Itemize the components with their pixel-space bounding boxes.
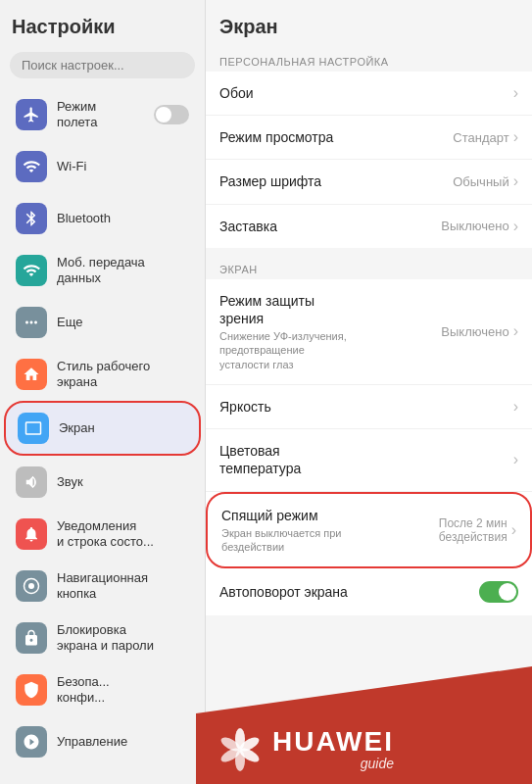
sidebar-item-home[interactable]: Стиль рабочегоэкрана	[4, 349, 201, 400]
section-header-screen: ЭКРАН	[206, 256, 532, 279]
screensaver-value: Выключено	[441, 219, 508, 233]
sidebar-item-data[interactable]: Моб. передачаданных	[4, 245, 201, 296]
sleep-sublabel: Экран выключается прибездействии	[221, 526, 439, 555]
home-icon	[16, 359, 47, 390]
airplane-toggle[interactable]	[154, 105, 189, 124]
sidebar-item-bluetooth-label: Bluetooth	[57, 211, 111, 226]
sidebar-item-airplane[interactable]: Режимполета	[4, 89, 201, 140]
search-input[interactable]	[22, 58, 183, 73]
more-icon	[16, 307, 47, 338]
sidebar-item-more[interactable]: Еще	[4, 297, 201, 348]
wifi-icon	[16, 151, 47, 182]
brightness-label: Яркость	[219, 398, 513, 416]
font-size-chevron: ›	[513, 172, 518, 190]
color-temp-label: Цветоваятемпература	[219, 442, 513, 477]
sidebar-item-notif-label: Уведомленияи строка состо...	[57, 518, 154, 549]
settings-row-brightness[interactable]: Яркость ›	[206, 385, 532, 429]
font-size-label: Размер шрифта	[219, 172, 453, 190]
screensaver-chevron: ›	[513, 218, 518, 235]
eye-protect-label: Режим защитызрения	[219, 292, 441, 327]
sidebar-item-home-label: Стиль рабочегоэкрана	[57, 359, 150, 389]
autorotate-label: Автоповорот экрана	[219, 583, 479, 601]
huawei-guide: guide	[272, 756, 394, 771]
sidebar: Настройки Режимполета	[0, 0, 206, 784]
wallpaper-chevron: ›	[513, 84, 518, 102]
airplane-icon	[16, 99, 47, 130]
sidebar-item-airplane-label: Режимполета	[57, 99, 97, 129]
huawei-brand: HUAWEI	[272, 728, 394, 756]
sidebar-title: Настройки	[0, 0, 205, 46]
sidebar-items: Режимполета Wi-Fi Bluetooth	[0, 88, 205, 784]
settings-group-personal: Обои › Режим просмотра Стандарт › Размер…	[206, 72, 532, 248]
settings-row-eye-protect[interactable]: Режим защитызрения Снижение УФ-излучения…	[206, 279, 532, 385]
nav-icon	[16, 570, 47, 602]
screen-icon	[18, 413, 49, 444]
brightness-chevron: ›	[513, 398, 518, 416]
eye-protect-chevron: ›	[513, 322, 518, 340]
view-mode-label: Режим просмотра	[219, 128, 453, 146]
sidebar-item-screen-label: Экран	[59, 420, 95, 436]
settings-row-color-temp[interactable]: Цветоваятемпература ›	[206, 429, 532, 491]
security-icon	[16, 674, 47, 706]
settings-group-screen: Режим защитызрения Снижение УФ-излучения…	[206, 279, 532, 616]
main-title: Экран	[206, 0, 532, 48]
watermark-logo: HUAWEI guide	[216, 725, 394, 774]
view-mode-value: Стандарт	[453, 130, 508, 145]
bluetooth-icon	[16, 203, 47, 234]
sound-icon	[16, 466, 47, 498]
sidebar-item-screen[interactable]: Экран	[4, 401, 201, 456]
settings-row-sleep[interactable]: Спящий режим Экран выключается прибездей…	[206, 492, 532, 569]
settings-row-autorotate[interactable]: Автоповорот экрана	[206, 568, 532, 615]
color-temp-chevron: ›	[513, 451, 518, 468]
screensaver-label: Заставка	[219, 218, 441, 235]
sidebar-item-more-label: Еще	[57, 315, 82, 330]
huawei-logo-icon	[216, 725, 265, 774]
eye-protect-sublabel: Снижение УФ-излучения,предотвращениеуста…	[219, 329, 441, 371]
data-icon	[16, 255, 47, 286]
font-size-value: Обычный	[453, 174, 508, 189]
settings-row-font-size[interactable]: Размер шрифта Обычный ›	[206, 160, 532, 204]
eye-protect-value: Выключено	[441, 324, 508, 339]
lock-icon	[16, 622, 47, 654]
view-mode-chevron: ›	[513, 128, 518, 146]
settings-row-screensaver[interactable]: Заставка Выключено ›	[206, 205, 532, 248]
sidebar-item-manage[interactable]: Управление	[4, 716, 201, 767]
sidebar-item-security[interactable]: Безопа...конфи...	[4, 664, 201, 715]
sleep-value: После 2 минбездействия	[439, 516, 508, 544]
sidebar-item-sound[interactable]: Звук	[4, 457, 201, 508]
sidebar-item-data-label: Моб. передачаданных	[57, 255, 145, 285]
settings-row-view-mode[interactable]: Режим просмотра Стандарт ›	[206, 116, 532, 160]
app-container: Настройки Режимполета	[0, 0, 532, 784]
notif-icon	[16, 518, 47, 550]
settings-row-wallpaper[interactable]: Обои ›	[206, 72, 532, 116]
svg-point-1	[28, 583, 34, 589]
sidebar-item-wifi-label: Wi-Fi	[57, 159, 86, 174]
sidebar-item-lock-label: Блокировкаэкрана и пароли	[57, 622, 154, 653]
wallpaper-label: Обои	[219, 84, 513, 102]
sidebar-item-nav[interactable]: Навигационнаякнопка	[4, 561, 201, 612]
manage-icon	[16, 726, 47, 758]
sleep-chevron: ›	[511, 521, 516, 539]
sidebar-item-bluetooth[interactable]: Bluetooth	[4, 193, 201, 244]
sidebar-item-notif[interactable]: Уведомленияи строка состо...	[4, 509, 201, 560]
sidebar-item-wifi[interactable]: Wi-Fi	[4, 141, 201, 192]
search-box[interactable]	[10, 52, 195, 78]
sidebar-item-lock[interactable]: Блокировкаэкрана и пароли	[4, 612, 201, 663]
sidebar-item-manage-label: Управление	[57, 734, 127, 750]
main-content: Экран ПЕРСОНАЛЬНАЯ НАСТРОЙКА Обои › Режи…	[206, 0, 532, 784]
sleep-label: Спящий режим	[221, 507, 439, 524]
huawei-text: HUAWEI guide	[272, 728, 394, 771]
autorotate-toggle[interactable]	[479, 581, 518, 603]
sidebar-item-nav-label: Навигационнаякнопка	[57, 570, 148, 601]
sidebar-item-security-label: Безопа...конфи...	[57, 674, 110, 705]
section-header-personal: ПЕРСОНАЛЬНАЯ НАСТРОЙКА	[206, 48, 532, 72]
sidebar-item-sound-label: Звук	[57, 474, 83, 490]
